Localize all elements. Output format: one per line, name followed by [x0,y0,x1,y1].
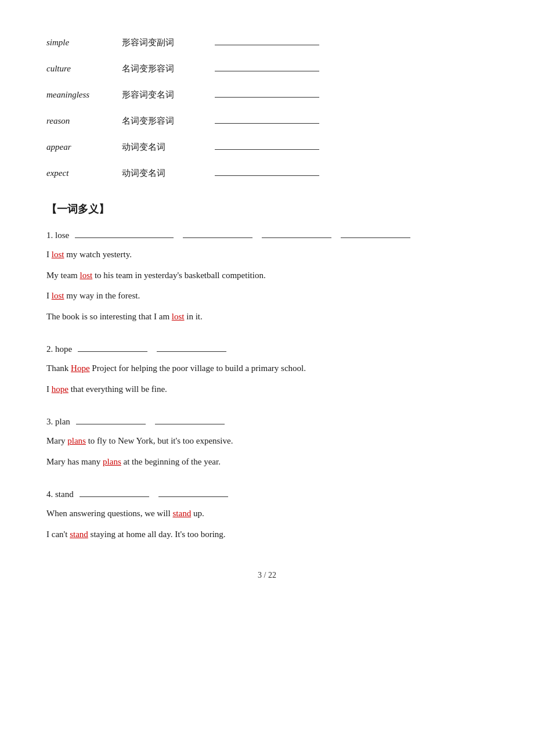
word-type: 名词变形容词 [122,63,215,74]
example-sentence: I lost my way in the forest. [46,289,488,304]
polysemy-blank[interactable] [80,487,149,497]
highlighted-word: lost [52,250,64,259]
word-row: appear动词变名词 [46,139,488,153]
word-english: appear [46,142,122,152]
example-sentence: I hope that everything will be fine. [46,382,488,397]
highlighted-word: Hope [71,363,90,373]
example-sentence: When answering questions, we will stand … [46,506,488,521]
polysemy-item: 4. standWhen answering questions, we wil… [46,487,488,542]
word-answer-blank[interactable] [215,165,319,176]
polysemy-number-word: 3. plan [46,417,70,427]
word-row: culture名词变形容词 [46,61,488,74]
word-english: meaningless [46,90,122,100]
polysemy-blank[interactable] [157,341,226,352]
polysemy-header: 2. hope [46,341,488,354]
word-type: 形容词变副词 [122,37,215,48]
word-english: culture [46,64,122,74]
word-answer-blank[interactable] [215,87,319,98]
example-sentence: Mary plans to fly to New York, but it's … [46,434,488,449]
polysemy-blank[interactable] [78,341,147,352]
highlighted-word: lost [52,291,64,300]
polysemy-number-word: 1. lose [46,231,69,240]
highlighted-word: lost [80,271,93,280]
example-sentence: Thank Hope Project for helping the poor … [46,361,488,376]
word-row: meaningless形容词变名词 [46,87,488,100]
polysemy-blank[interactable] [75,228,174,238]
polysemy-blank[interactable] [155,414,225,424]
page-footer: 3 / 22 [46,571,488,580]
word-transform-section: simple形容词变副词culture名词变形容词meaningless形容词变… [46,35,488,179]
word-row: reason名词变形容词 [46,113,488,127]
section-title: 【一词多义】 [46,202,488,216]
highlighted-word: plans [103,457,121,466]
word-answer-blank[interactable] [215,61,319,71]
word-english: reason [46,116,122,126]
highlighted-word: lost [172,312,185,321]
polysemy-item: 1. loseI lost my watch yesterty.My team … [46,228,488,324]
word-row: expect动词变名词 [46,165,488,179]
word-type: 动词变名词 [122,168,215,179]
polysemy-item: 3. planMary plans to fly to New York, bu… [46,414,488,469]
polysemy-item: 2. hopeThank Hope Project for helping th… [46,341,488,397]
highlighted-word: plans [67,436,86,445]
polysemy-header: 1. lose [46,228,488,240]
word-english: simple [46,38,122,48]
word-type: 名词变形容词 [122,116,215,127]
word-type: 形容词变名词 [122,89,215,100]
polysemy-number-word: 4. stand [46,489,74,499]
polysemy-blank[interactable] [341,228,410,238]
polysemy-section: 【一词多义】 1. loseI lost my watch yesterty.M… [46,202,488,542]
polysemy-number-word: 2. hope [46,344,72,354]
example-sentence: Mary has many plans at the beginning of … [46,455,488,470]
example-sentence: The book is so interesting that I am los… [46,309,488,325]
word-row: simple形容词变副词 [46,35,488,48]
word-type: 动词变名词 [122,142,215,153]
polysemy-blank[interactable] [158,487,228,497]
highlighted-word: hope [52,384,68,394]
word-answer-blank[interactable] [215,139,319,150]
highlighted-word: stand [172,509,191,518]
highlighted-word: stand [70,530,88,539]
polysemy-header: 4. stand [46,487,488,499]
example-sentence: I lost my watch yesterty. [46,247,488,262]
word-answer-blank[interactable] [215,35,319,45]
polysemy-blank[interactable] [262,228,331,238]
word-answer-blank[interactable] [215,113,319,124]
polysemy-blank[interactable] [183,228,252,238]
polysemy-header: 3. plan [46,414,488,427]
polysemy-blank[interactable] [76,414,146,424]
example-sentence: My team lost to his team in yesterday's … [46,268,488,283]
example-sentence: I can't stand staying at home all day. I… [46,527,488,542]
word-english: expect [46,168,122,178]
